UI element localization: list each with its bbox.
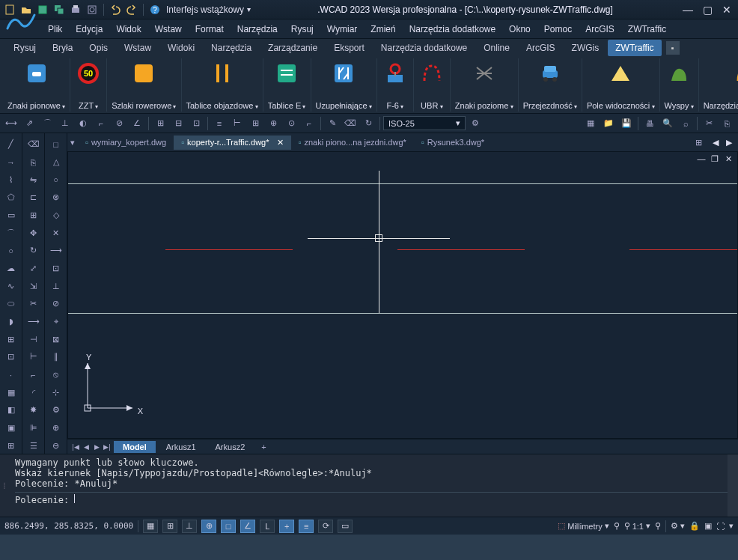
status-workspace-icon[interactable]: ⚙ ▾ bbox=[671, 521, 685, 531]
dim-update-icon[interactable]: ↻ bbox=[360, 115, 376, 132]
status-polar-btn[interactable]: ⊕ bbox=[201, 520, 216, 533]
minimize-button[interactable]: — bbox=[680, 1, 696, 18]
maximize-button[interactable]: ▢ bbox=[699, 1, 716, 18]
layer-preview-icon[interactable]: 🔍 bbox=[659, 115, 676, 132]
snap-tan-icon[interactable]: ⊘ bbox=[47, 296, 65, 312]
dim-ordinate-icon[interactable]: ⊥ bbox=[57, 115, 73, 132]
layout-next-icon[interactable]: ▶ bbox=[91, 442, 102, 452]
app-logo[interactable] bbox=[4, 7, 37, 36]
ribbon-tab-narzedzia[interactable]: Narzędzia bbox=[204, 40, 259, 56]
layer-open-icon[interactable]: 📁 bbox=[600, 115, 617, 132]
ribbon-tab-online[interactable]: Online bbox=[476, 40, 517, 56]
status-model-btn[interactable]: ▭ bbox=[338, 520, 353, 533]
chamfer-icon[interactable]: ⌐ bbox=[25, 367, 43, 383]
command-line[interactable]: ⁞ Wymagany punkt lub słowo kluczowe. Wsk… bbox=[0, 454, 738, 517]
viewport-restore-icon[interactable]: ❐ bbox=[709, 153, 721, 164]
ribbon-tab-opis[interactable]: Opis bbox=[82, 40, 115, 56]
gradient-icon[interactable]: ◧ bbox=[2, 402, 20, 419]
dim-quick-icon[interactable]: ⊞ bbox=[152, 115, 168, 132]
layer-new-icon[interactable]: ▦ bbox=[582, 115, 599, 132]
status-tray-icon[interactable]: ▾ bbox=[729, 521, 734, 531]
dim-tedit-icon[interactable]: ⌫ bbox=[342, 115, 359, 132]
ribbon-tab-zwgis[interactable]: ZWGis bbox=[564, 40, 607, 56]
status-anno-vis[interactable]: ⚲ bbox=[655, 521, 661, 531]
snap-node-icon[interactable]: ⊗ bbox=[47, 189, 65, 206]
menu-plik[interactable]: Plik bbox=[42, 21, 68, 37]
doc-tab-3[interactable]: ▫znaki piono...na jezdni.dwg* bbox=[291, 136, 414, 149]
dim-diameter-icon[interactable]: ⊘ bbox=[111, 115, 127, 132]
status-lock-icon[interactable]: 🔒 bbox=[689, 521, 700, 531]
status-grid-btn[interactable]: ⊞ bbox=[162, 520, 177, 533]
menu-wstaw[interactable]: Wstaw bbox=[149, 21, 188, 37]
snap-nea-icon[interactable]: ⌖ bbox=[47, 314, 65, 330]
layout-tab-model[interactable]: Model bbox=[114, 441, 156, 453]
dim-angular-icon[interactable]: ∠ bbox=[129, 115, 145, 132]
extend-icon[interactable]: ⟶ bbox=[25, 314, 43, 330]
properties-icon[interactable]: ☰ bbox=[25, 437, 43, 454]
ribbon-panel-f6[interactable]: F-6 bbox=[377, 58, 414, 112]
snap-app-icon[interactable]: ⊠ bbox=[47, 331, 65, 347]
insert-block-icon[interactable]: ⊞ bbox=[2, 331, 20, 347]
snap-per-icon[interactable]: ⊥ bbox=[47, 278, 65, 294]
doc-new-tab-icon[interactable]: ⊞ bbox=[690, 134, 707, 150]
polyline-icon[interactable]: ⌇ bbox=[2, 171, 20, 188]
ribbon-tab-eksport[interactable]: Eksport bbox=[326, 40, 372, 56]
ribbon-tab-arcgis[interactable]: ArcGIS bbox=[519, 40, 563, 56]
status-lwt-btn[interactable]: ≡ bbox=[299, 520, 314, 533]
ribbon-panel-zzt[interactable]: 50 ZZT bbox=[70, 58, 107, 112]
snap-end-icon[interactable]: □ bbox=[47, 136, 65, 153]
menu-rysuj[interactable]: Rysuj bbox=[285, 21, 320, 37]
doc-tab-next-icon[interactable]: ▶ bbox=[723, 137, 735, 147]
cut-icon[interactable]: ✂ bbox=[701, 115, 717, 132]
status-snap-btn[interactable]: ▦ bbox=[143, 520, 158, 533]
ribbon-panel-szlaki[interactable]: Szlaki rowerowe bbox=[107, 58, 181, 112]
close-button[interactable]: ✕ bbox=[719, 1, 735, 18]
dim-baseline-icon[interactable]: ⊟ bbox=[170, 115, 186, 132]
doc-tab-2[interactable]: ▫koperty-r...Traffic.dwg*✕ bbox=[174, 136, 290, 150]
ribbon-tab-rysuj[interactable]: Rysuj bbox=[6, 40, 43, 56]
layout-last-icon[interactable]: ▶| bbox=[102, 442, 112, 452]
dim-jogged-icon[interactable]: ⌐ bbox=[93, 115, 109, 132]
menu-widok[interactable]: Widok bbox=[110, 21, 147, 37]
status-dyn-btn[interactable]: + bbox=[279, 520, 294, 533]
status-ducs-btn[interactable]: L bbox=[260, 520, 275, 533]
dim-center-icon[interactable]: ⊕ bbox=[265, 115, 281, 132]
revcloud-icon[interactable]: ☁ bbox=[2, 261, 20, 277]
menu-edycja[interactable]: Edycja bbox=[70, 21, 109, 37]
ray-icon[interactable]: → bbox=[2, 154, 20, 171]
menu-zwtraffic[interactable]: ZWTraffic bbox=[622, 21, 672, 37]
array-icon[interactable]: ⊞ bbox=[25, 207, 43, 224]
ribbon-tab-widoki[interactable]: Widoki bbox=[160, 40, 202, 56]
line-icon[interactable]: ╱ bbox=[2, 136, 20, 153]
dim-style-dropdown[interactable]: ISO-25▾ bbox=[383, 116, 466, 130]
region-icon[interactable]: ▣ bbox=[2, 420, 20, 436]
snap-tk-icon[interactable]: ⊖ bbox=[47, 437, 65, 454]
stretch-icon[interactable]: ⇲ bbox=[25, 278, 43, 294]
qat-undo-icon[interactable] bbox=[109, 3, 122, 16]
status-ortho-btn[interactable]: ⊥ bbox=[182, 520, 197, 533]
ellipse-icon[interactable]: ⬭ bbox=[2, 296, 20, 312]
make-block-icon[interactable]: ⊡ bbox=[2, 349, 20, 365]
qat-save-icon[interactable] bbox=[36, 3, 49, 16]
ribbon-panel-znaki-pionowe[interactable]: Znaki pionowe bbox=[3, 58, 70, 112]
circle-icon[interactable]: ○ bbox=[2, 243, 20, 259]
snap-tt-icon[interactable]: ⊕ bbox=[47, 420, 65, 436]
qat-help-icon[interactable]: ? bbox=[148, 3, 162, 16]
dim-aligned-icon[interactable]: ⇗ bbox=[21, 115, 37, 132]
viewport-minimize-icon[interactable]: — bbox=[695, 153, 707, 164]
snap-par-icon[interactable]: ∥ bbox=[47, 349, 65, 365]
dim-break-icon[interactable]: ⊢ bbox=[229, 115, 246, 132]
osnap-set-icon[interactable]: ⚙ bbox=[47, 402, 65, 419]
snap-mid-icon[interactable]: △ bbox=[47, 154, 65, 171]
table-icon[interactable]: ⊞ bbox=[2, 437, 20, 454]
dim-style-btn[interactable]: ⚙ bbox=[467, 115, 484, 132]
ribbon-panel-uzupelniajace[interactable]: Uzupełniające bbox=[311, 58, 377, 112]
dim-space-icon[interactable]: ≡ bbox=[211, 115, 228, 132]
ribbon-tab-narzedzia-dodatkowe[interactable]: Narzędzia dodatkowe bbox=[373, 40, 475, 56]
layout-tab-sheet2[interactable]: Arkusz2 bbox=[207, 441, 254, 453]
viewport[interactable]: — ❐ ✕ bbox=[67, 151, 738, 439]
menu-narzedzia[interactable]: Narzędzia bbox=[231, 21, 284, 37]
join-icon[interactable]: ⊢ bbox=[25, 349, 43, 365]
status-cycle-btn[interactable]: ⟳ bbox=[318, 520, 333, 533]
ribbon-panel-narzedzia-dodatkowe[interactable]: Narzędzia dodatkowe bbox=[699, 58, 738, 112]
